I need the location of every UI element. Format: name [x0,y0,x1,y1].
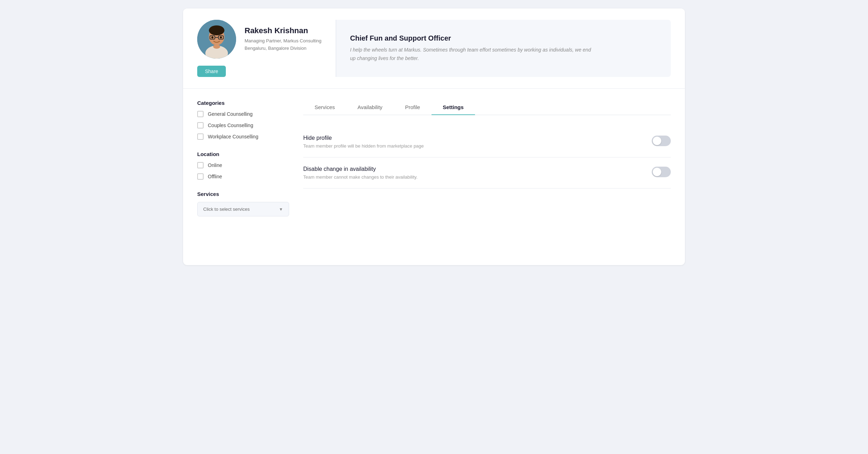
location-online-checkbox[interactable] [197,162,204,168]
services-dropdown[interactable]: Click to select services ▼ [197,202,289,216]
disable-availability-section: Disable change in availability Team memb… [303,157,671,189]
location-offline-label: Offline [208,174,222,179]
location-offline-checkbox[interactable] [197,173,204,180]
categories-title: Categories [197,100,289,106]
location-title: Location [197,151,289,157]
profile-bio: I help the wheels turn at Markus. Someti… [350,46,598,63]
location-offline[interactable]: Offline [197,173,289,180]
category-couples-checkbox[interactable] [197,122,204,129]
hide-profile-title: Hide profile [303,135,424,141]
category-couples[interactable]: Couples Counselling [197,122,289,129]
hide-profile-section: Hide profile Team member profile will be… [303,126,671,157]
category-general[interactable]: General Counselling [197,111,289,117]
right-panel: Services Availability Profile Settings H… [303,100,671,254]
avatar [197,20,236,59]
hide-profile-toggle[interactable] [652,136,671,146]
location-online[interactable]: Online [197,162,289,168]
location-section: Location Online Offline [197,151,289,180]
services-filter-section: Services Click to select services ▼ [197,191,289,216]
category-general-label: General Counselling [208,111,253,117]
profile-name: Rakesh Krishnan [245,26,322,35]
profile-avatar-row: Rakesh Krishnan Managing Partner, Markus… [197,20,322,59]
profile-title: Chief Fun and Support Officer [350,34,671,42]
svg-point-8 [220,36,222,38]
chevron-down-icon: ▼ [279,207,283,212]
svg-point-7 [211,36,213,38]
toggle-thumb [653,137,661,145]
svg-point-9 [213,44,220,49]
profile-bio-panel: Chief Fun and Support Officer I help the… [336,20,671,77]
profile-name-block: Rakesh Krishnan Managing Partner, Markus… [245,26,322,52]
categories-section: Categories General Counselling Couples C… [197,100,289,140]
category-workplace-label: Workplace Counselling [208,134,258,139]
profile-role: Managing Partner, Markus Consulting [245,37,322,45]
hide-profile-row: Hide profile Team member profile will be… [303,135,671,149]
toggle-track-2 [652,167,671,177]
category-workplace[interactable]: Workplace Counselling [197,133,289,140]
toggle-track [652,136,671,146]
category-general-checkbox[interactable] [197,111,204,117]
svg-point-2 [209,25,224,35]
location-online-label: Online [208,162,222,168]
profile-location: Bengaluru, Bangalore Division [245,45,322,52]
tab-profile[interactable]: Profile [394,100,432,115]
tab-services[interactable]: Services [303,100,346,115]
disable-availability-title: Disable change in availability [303,166,417,172]
services-dropdown-label: Click to select services [203,207,250,212]
hide-profile-description: Team member profile will be hidden from … [303,143,424,149]
category-couples-label: Couples Counselling [208,123,253,128]
profile-left: Rakesh Krishnan Managing Partner, Markus… [197,20,336,77]
tab-availability[interactable]: Availability [346,100,394,115]
tab-settings[interactable]: Settings [432,100,475,115]
tabs: Services Availability Profile Settings [303,100,671,115]
toggle-thumb-2 [653,168,661,176]
hide-profile-text: Hide profile Team member profile will be… [303,135,424,149]
main-content: Categories General Counselling Couples C… [183,89,685,265]
disable-availability-toggle[interactable] [652,167,671,177]
category-workplace-checkbox[interactable] [197,133,204,140]
sidebar: Categories General Counselling Couples C… [197,100,289,254]
page-container: Rakesh Krishnan Managing Partner, Markus… [183,8,685,265]
profile-header: Rakesh Krishnan Managing Partner, Markus… [183,8,685,89]
disable-availability-text: Disable change in availability Team memb… [303,166,417,180]
share-button[interactable]: Share [197,66,226,77]
disable-availability-row: Disable change in availability Team memb… [303,166,671,180]
services-filter-title: Services [197,191,289,197]
disable-availability-description: Team member cannot make changes to their… [303,174,417,180]
